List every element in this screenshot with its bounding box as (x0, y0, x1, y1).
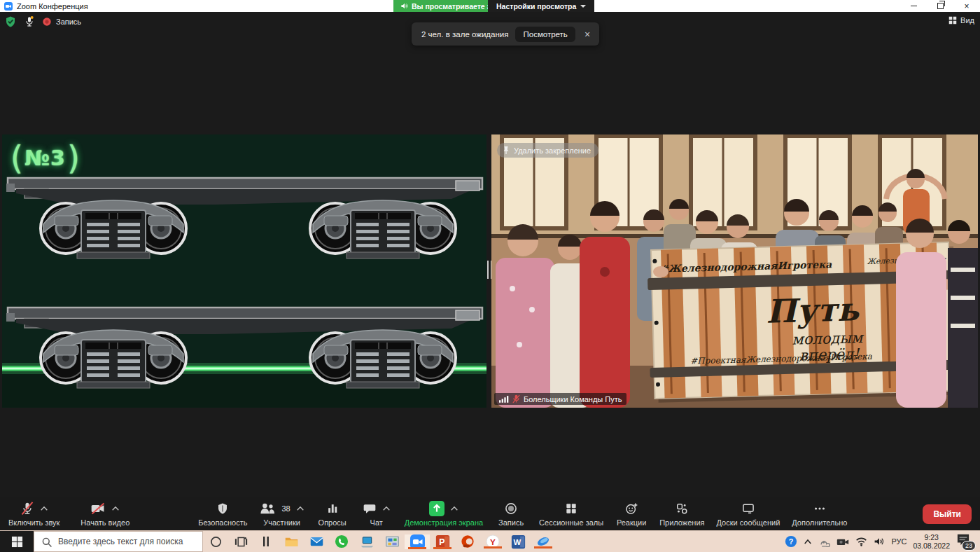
clock-time: 9:23 (913, 533, 950, 541)
view-settings-button[interactable]: Настройки просмотра (488, 0, 594, 12)
waiting-room-message: 2 чел. в зале ожидания (421, 30, 508, 39)
mail-icon (309, 535, 324, 548)
waiting-room-toast: 2 чел. в зале ожидания Посмотреть × (412, 22, 599, 46)
notification-count-badge: 23 (962, 541, 976, 551)
pinned-app-pipes[interactable] (253, 536, 279, 547)
language-indicator[interactable]: РУС (891, 537, 906, 546)
toast-close-icon[interactable]: × (582, 29, 592, 40)
share-screen-button[interactable]: Демонстрация экрана (405, 501, 483, 527)
minimize-icon (911, 6, 917, 7)
taskbar-app-zoom[interactable] (405, 534, 430, 549)
restore-icon (937, 3, 944, 9)
taskbar-clock[interactable]: 9:23 03.08.2022 (913, 533, 950, 550)
view-button[interactable]: Вид (948, 16, 974, 25)
camera-tray-icon[interactable] (836, 537, 849, 546)
participants-button[interactable]: 38 Участники (259, 501, 304, 527)
svg-text:W: W (513, 538, 521, 546)
apps-button[interactable]: Приложения (659, 501, 704, 527)
taskbar-app-whatsapp[interactable] (329, 534, 354, 548)
whiteboard-icon (741, 502, 755, 516)
taskbar-search[interactable] (34, 531, 203, 552)
taskbar-app-yandex-browser[interactable]: Y (480, 534, 505, 548)
taskbar-app-word[interactable]: W (505, 534, 531, 549)
participants-options-chevron[interactable] (296, 506, 304, 511)
round-number-badge: ( №3 ) (10, 142, 80, 174)
record-icon (504, 502, 518, 516)
task-view-button[interactable] (228, 536, 253, 548)
more-button[interactable]: Дополнительно (792, 501, 847, 527)
chat-options-chevron[interactable] (382, 506, 391, 511)
start-button[interactable] (0, 531, 34, 552)
unpin-label: Удалить закрепление (514, 146, 591, 155)
search-icon (41, 537, 52, 548)
notification-center-button[interactable]: 23 (956, 533, 974, 550)
more-dots-icon (813, 502, 827, 516)
laptop-icon (360, 535, 374, 548)
close-button[interactable]: × (953, 0, 980, 12)
task-view-icon (234, 536, 248, 548)
restore-button[interactable] (927, 0, 953, 12)
tray-expand-chevron[interactable] (804, 539, 812, 545)
start-video-button[interactable]: Начать видео (80, 501, 130, 527)
apps-icon (675, 502, 689, 516)
taskbar-app-remote-desktop[interactable] (354, 535, 379, 548)
pinned-participant-video-tile: #ЖелезнодорожнаяИгротека ЖелезноДорожная… (491, 134, 978, 408)
taskbar-app-mail[interactable] (304, 535, 329, 548)
record-dot-icon (42, 17, 52, 27)
volume-tray-icon[interactable] (874, 537, 885, 546)
muted-camera-icon (90, 502, 106, 516)
participant-name-label: Болельщики Команды Путь (494, 393, 626, 405)
chevron-down-icon (580, 5, 586, 8)
host-mic-icon[interactable] (24, 15, 35, 29)
polls-icon (326, 502, 340, 516)
svg-text:Y: Y (490, 537, 496, 547)
meeting-toolbar: Включить звук Начать видео Безопасность … (0, 497, 980, 530)
reactions-button[interactable]: Реакции (615, 501, 648, 527)
word-icon: W (511, 534, 526, 549)
window-title: Zoom Конференция (17, 2, 88, 11)
wifi-tray-icon[interactable] (855, 537, 867, 546)
zoom-app-icon (4, 2, 13, 11)
chat-button[interactable]: Чат (360, 501, 393, 527)
cortana-icon (210, 536, 222, 548)
office-icon (461, 534, 475, 548)
taskbar-app-media-viewer[interactable] (379, 535, 405, 548)
breakout-rooms-button[interactable]: Сессионные залы (539, 501, 603, 527)
taskbar-app-paint3d[interactable] (531, 534, 556, 548)
taskbar-app-file-explorer[interactable] (279, 535, 304, 548)
clock-date: 03.08.2022 (913, 541, 950, 550)
unmute-options-chevron[interactable] (40, 506, 48, 511)
classroom-video-scene: #ЖелезнодорожнаяИгротека ЖелезноДорожная… (491, 134, 978, 408)
unpin-button[interactable]: Удалить закрепление (497, 143, 598, 158)
security-button[interactable]: Безопасность (198, 501, 247, 527)
recording-label: Запись (56, 18, 81, 26)
share-screen-icon (429, 501, 444, 516)
leave-meeting-button[interactable]: Выйти (923, 504, 972, 524)
taskbar-search-input[interactable] (34, 536, 202, 547)
windows-logo-icon (11, 536, 23, 548)
unmute-button[interactable]: Включить звук (8, 501, 59, 527)
zoom-meeting-window: Zoom Конференция Вы просматриваете экран… (0, 0, 980, 552)
sync-tray-icon[interactable] (818, 537, 830, 547)
breakout-rooms-icon (564, 502, 578, 516)
close-icon: × (964, 1, 969, 11)
help-tray-icon[interactable]: ? (785, 535, 797, 548)
participants-icon (259, 502, 276, 516)
cortana-button[interactable] (203, 536, 228, 548)
window-titlebar: Zoom Конференция Вы просматриваете экран… (0, 0, 980, 12)
badge-bracket: ( (10, 142, 23, 174)
whiteboards-button[interactable]: Доски сообщений (717, 501, 780, 527)
record-button[interactable]: Запись (495, 501, 527, 527)
taskbar-app-office[interactable] (455, 534, 480, 548)
participants-count-badge: 38 (281, 504, 290, 513)
windows-taskbar: P Y W ? РУС (0, 530, 980, 552)
waiting-room-view-button[interactable]: Посмотреть (515, 27, 575, 42)
share-options-chevron[interactable] (450, 506, 458, 511)
minimize-button[interactable] (900, 0, 927, 12)
taskbar-app-powerpoint[interactable]: P (430, 534, 455, 549)
video-options-chevron[interactable] (111, 506, 120, 511)
polls-button[interactable]: Опросы (316, 501, 349, 527)
encryption-shield-icon[interactable] (4, 15, 17, 29)
view-settings-label: Настройки просмотра (496, 2, 576, 11)
recording-indicator: Запись (42, 17, 81, 27)
